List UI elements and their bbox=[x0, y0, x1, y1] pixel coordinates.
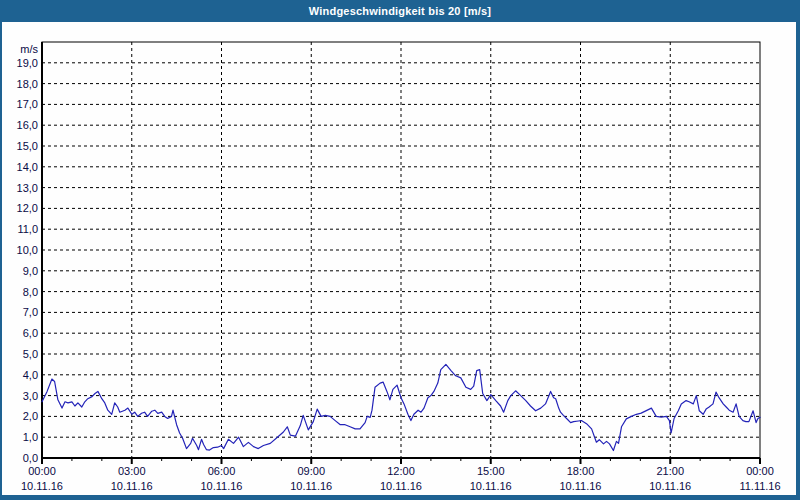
x-axis-time-label: 21:00 bbox=[640, 465, 700, 478]
y-axis-tick-label: 3,0 bbox=[4, 390, 38, 403]
x-axis-date-label: 10.11.16 bbox=[192, 480, 252, 493]
y-axis-tick-label: 17,0 bbox=[4, 98, 38, 111]
x-axis-date-label: 10.11.16 bbox=[281, 480, 341, 493]
y-axis-tick-label: 11,0 bbox=[4, 223, 38, 236]
y-axis-tick-label: 4,0 bbox=[4, 369, 38, 382]
x-axis-time-label: 15:00 bbox=[461, 465, 521, 478]
y-axis-tick-label: 2,0 bbox=[4, 410, 38, 423]
y-axis-tick-label: 15,0 bbox=[4, 140, 38, 153]
y-axis-unit-label: m/s bbox=[4, 43, 38, 56]
y-axis-tick-label: 5,0 bbox=[4, 348, 38, 361]
y-axis-tick-label: 16,0 bbox=[4, 119, 38, 132]
x-axis-date-label: 11.11.16 bbox=[730, 480, 790, 493]
y-axis-tick-label: 19,0 bbox=[4, 57, 38, 70]
y-axis-tick-label: 9,0 bbox=[4, 265, 38, 278]
x-axis-time-label: 00:00 bbox=[730, 465, 790, 478]
y-axis-tick-label: 12,0 bbox=[4, 202, 38, 215]
y-axis-tick-label: 8,0 bbox=[4, 286, 38, 299]
x-axis-time-label: 18:00 bbox=[551, 465, 611, 478]
x-axis-time-label: 03:00 bbox=[102, 465, 162, 478]
y-axis-tick-label: 14,0 bbox=[4, 161, 38, 174]
wind-speed-plot bbox=[0, 0, 800, 500]
x-axis-time-label: 06:00 bbox=[192, 465, 252, 478]
y-axis-tick-label: 0,0 bbox=[4, 452, 38, 465]
y-axis-tick-label: 13,0 bbox=[4, 182, 38, 195]
wind-speed-line bbox=[42, 364, 760, 450]
x-axis-date-label: 10.11.16 bbox=[371, 480, 431, 493]
x-axis-date-label: 10.11.16 bbox=[461, 480, 521, 493]
chart-window: Windgeschwindigkeit bis 20 [m/s] 0,01,02… bbox=[0, 0, 800, 500]
y-axis-tick-label: 10,0 bbox=[4, 244, 38, 257]
x-axis-date-label: 10.11.16 bbox=[12, 480, 72, 493]
x-axis-time-label: 12:00 bbox=[371, 465, 431, 478]
x-axis-date-label: 10.11.16 bbox=[640, 480, 700, 493]
x-axis-date-label: 10.11.16 bbox=[551, 480, 611, 493]
y-axis-tick-label: 18,0 bbox=[4, 78, 38, 91]
y-axis-tick-label: 1,0 bbox=[4, 431, 38, 444]
x-axis-time-label: 00:00 bbox=[12, 465, 72, 478]
x-axis-time-label: 09:00 bbox=[281, 465, 341, 478]
y-axis-tick-label: 6,0 bbox=[4, 327, 38, 340]
x-axis-date-label: 10.11.16 bbox=[102, 480, 162, 493]
y-axis-tick-label: 7,0 bbox=[4, 306, 38, 319]
